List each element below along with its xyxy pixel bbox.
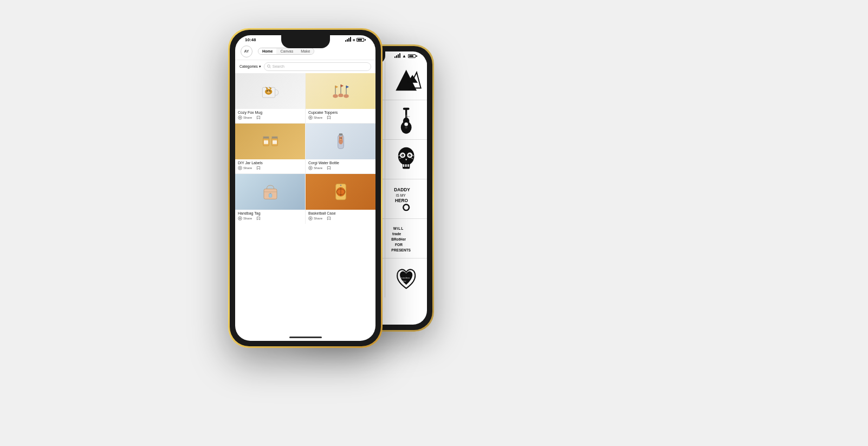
project-image-cupcake	[306, 73, 375, 109]
back-wifi-icon: ▲	[402, 54, 406, 59]
svg-point-119	[344, 94, 348, 98]
project-cell-jar: DIY Jar Labels Share	[235, 124, 305, 173]
svg-cell-triangles[interactable]	[385, 61, 427, 100]
project-image-fox	[235, 73, 305, 109]
project-cell-fox: Cozy Fox Mug Share	[235, 73, 305, 123]
bookmark-btn-bottle[interactable]	[327, 166, 331, 170]
tab-canvas[interactable]: Canvas	[276, 48, 297, 54]
project-title-cupcake: Cupcake Toppers	[306, 109, 375, 115]
search-icon	[267, 64, 271, 68]
project-image-basketball	[306, 174, 375, 210]
svg-rect-124	[263, 136, 269, 138]
svg-text:grandma: grandma	[400, 276, 410, 279]
back-signal-icon	[394, 54, 400, 58]
project-title-basketball: Basketball Case	[306, 210, 375, 216]
svg-point-28	[405, 126, 407, 128]
phone-front: 10:48 ⌾	[228, 28, 383, 348]
project-title-bag: Handbag Tag	[235, 210, 305, 216]
svg-point-147	[270, 192, 271, 193]
svg-text:WiLL: WiLL	[393, 227, 403, 230]
tab-group: Home Canvas Make	[258, 48, 314, 55]
front-status-time: 10:48	[245, 37, 256, 42]
svg-point-154	[340, 184, 341, 186]
svg-rect-45	[407, 164, 409, 167]
svg-cell-daddy-hero[interactable]: DADDY IS MY HERO	[385, 179, 427, 218]
share-btn-jar[interactable]: Share	[238, 166, 252, 170]
svg-rect-43	[403, 164, 404, 167]
scene: 9:41 ▲	[0, 0, 868, 446]
svg-text:BRotHer: BRotHer	[391, 237, 406, 241]
svg-rect-24	[403, 107, 410, 109]
svg-point-139	[341, 138, 341, 138]
tab-home[interactable]: Home	[258, 48, 276, 54]
svg-text:love: love	[403, 280, 406, 282]
svg-text:PRESENTS: PRESENTS	[391, 248, 411, 252]
svg-text:DADDY: DADDY	[394, 187, 410, 192]
front-signal-icon	[345, 37, 351, 42]
search-input[interactable]: Search	[264, 62, 371, 71]
project-cell-basketball: Basketball Case Share	[306, 174, 375, 224]
svg-rect-133	[339, 133, 342, 135]
bookmark-btn-jar[interactable]	[256, 166, 261, 170]
bookmark-btn-basketball[interactable]	[327, 216, 331, 221]
front-phone-notch	[281, 35, 330, 48]
project-image-jar	[235, 124, 305, 159]
search-placeholder: Search	[273, 64, 284, 68]
svg-rect-126	[271, 136, 277, 138]
categories-button[interactable]: Categories ▾	[239, 64, 261, 69]
project-title-jar: DIY Jar Labels	[235, 159, 305, 166]
front-wifi-icon: ⌾	[353, 38, 355, 42]
svg-point-27	[404, 122, 408, 126]
share-btn-bag[interactable]: Share	[238, 216, 252, 221]
svg-rect-44	[405, 164, 406, 167]
svg-point-140	[340, 139, 341, 140]
project-image-bottle	[306, 124, 375, 159]
bookmark-btn-bag[interactable]	[256, 216, 261, 221]
svg-marker-114	[335, 86, 338, 88]
search-bar: Categories ▾ Search	[235, 60, 375, 73]
share-label-basketball: Share	[314, 217, 322, 220]
front-battery-icon	[357, 38, 366, 42]
svg-text:HERO: HERO	[395, 198, 408, 203]
project-cell-bottle: Corgi Water Bottle Share	[306, 124, 375, 173]
phones-container: 9:41 ▲	[228, 28, 532, 418]
svg-cell-will-trade[interactable]: WiLL trade BRotHer FOR PRESENTS	[385, 219, 427, 258]
project-image-bag	[235, 174, 305, 210]
svg-rect-146	[269, 193, 271, 197]
share-btn-fox[interactable]: Share	[238, 115, 252, 120]
bookmark-btn-fox[interactable]	[256, 115, 261, 120]
share-btn-bottle[interactable]: Share	[308, 166, 322, 170]
svg-point-118	[338, 93, 343, 97]
share-btn-cupcake[interactable]: Share	[308, 115, 322, 120]
svg-point-138	[340, 138, 340, 138]
svg-line-100	[269, 67, 270, 68]
svg-marker-116	[346, 86, 349, 88]
project-cell-cupcake: Cupcake Toppers Share	[306, 73, 375, 123]
svg-cell-guitar[interactable]	[385, 100, 427, 139]
front-home-indicator	[289, 337, 322, 338]
tab-make[interactable]: Make	[297, 48, 314, 54]
svg-text:trade: trade	[392, 232, 401, 236]
bookmark-btn-cupcake[interactable]	[327, 115, 331, 120]
share-btn-basketball[interactable]: Share	[308, 216, 322, 221]
project-title-fox: Cozy Fox Mug	[235, 109, 305, 115]
svg-text:IS MY: IS MY	[396, 193, 406, 197]
back-battery-icon	[408, 54, 417, 58]
project-title-bottle: Corgi Water Bottle	[306, 159, 375, 166]
svg-point-117	[333, 94, 338, 98]
svg-rect-127	[264, 140, 268, 144]
avatar: AY	[241, 46, 252, 57]
svg-point-99	[267, 65, 270, 68]
svg-marker-115	[341, 85, 344, 87]
project-grid: Cozy Fox Mug Share	[235, 73, 375, 224]
svg-point-61	[404, 205, 408, 209]
svg-point-107	[267, 91, 270, 93]
svg-cell-grandma-love[interactable]: grandma love	[385, 258, 427, 298]
svg-cell-sugar-skull[interactable]	[385, 140, 427, 179]
project-cell-bag: Handbag Tag Share	[235, 174, 305, 224]
share-label-bag: Share	[243, 217, 252, 220]
svg-rect-128	[273, 140, 277, 144]
svg-text:FOR: FOR	[395, 243, 403, 247]
